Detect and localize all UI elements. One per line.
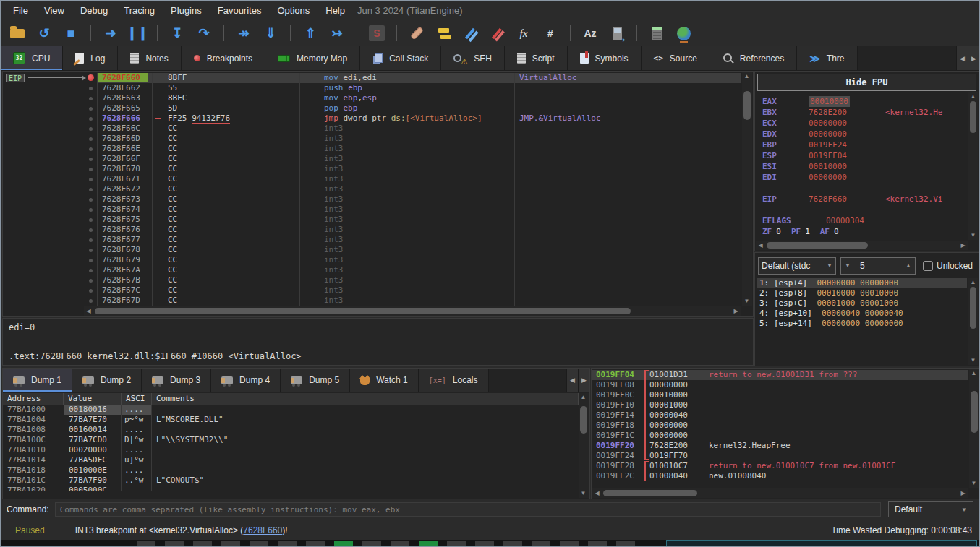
dump-tab-dump-4[interactable]: Dump 4 — [211, 369, 281, 392]
scroll-up-arrow[interactable]: ▲ — [968, 92, 978, 101]
instruction-dot[interactable] — [89, 117, 93, 121]
tabs-scroll-right-arrow[interactable]: ▶ — [968, 46, 979, 70]
tab-log[interactable]: Log — [63, 46, 118, 70]
register-spacer[interactable] — [762, 183, 967, 194]
instruction-dot[interactable] — [89, 168, 93, 171]
dump-tab-locals[interactable]: [x=]Locals — [419, 369, 489, 392]
scroll-up-arrow[interactable]: ▲ — [969, 369, 979, 378]
instruction-dot[interactable] — [89, 97, 93, 100]
column-header-value[interactable]: Value — [64, 393, 122, 405]
instruction-dot[interactable] — [89, 279, 93, 283]
instruction-dot[interactable] — [89, 188, 93, 191]
dump-row[interactable]: 77BA100800160014.... — [3, 425, 579, 435]
labels-icon[interactable]: # — [541, 24, 560, 43]
disasm-row[interactable]: 7628F67CCCint3 — [3, 285, 741, 296]
tab-source[interactable]: <>Source — [642, 46, 710, 70]
instruction-dot[interactable] — [89, 238, 93, 242]
font-settings-icon[interactable]: Az — [581, 24, 600, 43]
stack-row[interactable]: 0019FF2C01008040new.01008040 — [592, 471, 968, 481]
scrollbar-thumb[interactable] — [970, 287, 976, 329]
register-row[interactable]: EBX7628E200<kernel32.He — [762, 107, 967, 118]
run-to-user-code-icon[interactable]: ↣ — [328, 24, 346, 43]
scrollbar-thumb[interactable] — [743, 91, 751, 120]
tab-references[interactable]: References — [710, 46, 797, 70]
pause-icon[interactable]: ❙❙ — [128, 24, 147, 43]
menu-favourites[interactable]: Favourites — [210, 2, 270, 19]
hide-fpu-button[interactable]: Hide FPU — [757, 74, 976, 91]
tab-seh[interactable]: SEH — [441, 46, 505, 70]
stack-row[interactable]: 0019FF1000001000 — [592, 400, 968, 410]
disasm-row[interactable]: 7628F6655Dpop ebp — [3, 103, 741, 113]
menu-file[interactable]: File — [5, 2, 36, 19]
stack-vertical-scrollbar[interactable]: ▲ ▼ — [969, 369, 979, 488]
dump-row[interactable]: 77BA100000180016.... — [3, 405, 579, 415]
stack-panel[interactable]: 0019FF0401001D31return to new.01001D31 f… — [591, 368, 980, 499]
tab-cpu[interactable]: 32CPU — [1, 46, 63, 70]
instruction-dot[interactable] — [89, 198, 93, 202]
scroll-left-arrow[interactable]: ◀ — [84, 307, 93, 316]
menu-tracing[interactable]: Tracing — [116, 2, 163, 19]
stack-row[interactable]: 0019FF28010010C7return to new.010010C7 f… — [592, 461, 968, 471]
register-row[interactable]: EDI00000000 — [762, 172, 967, 183]
tab-symbols[interactable]: Symbols — [568, 46, 642, 70]
scroll-right-arrow[interactable]: ▶ — [958, 489, 968, 498]
scroll-right-arrow[interactable]: ▶ — [731, 307, 741, 316]
restart-icon[interactable]: ↺ — [35, 24, 54, 43]
instruction-dot[interactable] — [89, 178, 93, 181]
spinner-decrement-arrow[interactable]: ▼ — [841, 262, 854, 269]
menu-view[interactable]: View — [36, 2, 72, 19]
disasm-row[interactable]: 7628F674CCint3 — [3, 204, 741, 215]
scrollbar-thumb[interactable] — [580, 406, 587, 434]
register-row[interactable]: EAX00010000 — [762, 96, 967, 107]
unlocked-checkbox[interactable] — [923, 261, 933, 271]
disasm-row[interactable]: 7628F67DCCint3 — [3, 296, 741, 306]
register-row[interactable]: ESI00010000 — [762, 161, 967, 172]
scroll-down-arrow[interactable]: ▼ — [968, 231, 978, 240]
instruction-dot[interactable] — [89, 269, 93, 272]
dump-panel[interactable]: Dump 1Dump 2Dump 3Dump 4Dump 5Watch 1[x=… — [2, 368, 590, 499]
stack-row[interactable]: 0019FF1C00000000 — [592, 431, 968, 441]
dump-tab-dump-5[interactable]: Dump 5 — [281, 369, 350, 392]
execute-till-return-icon[interactable]: ⇑ — [301, 24, 320, 43]
scroll-down-arrow[interactable]: ▼ — [742, 297, 751, 306]
column-header-ascii[interactable]: ASCI — [122, 393, 152, 405]
comments-icon[interactable] — [434, 24, 453, 43]
instruction-dot[interactable] — [89, 87, 93, 90]
tab-script[interactable]: Script — [505, 46, 568, 70]
registers-panel[interactable]: Hide FPU EAX00010000EBX7628E200<kernel32… — [754, 71, 979, 251]
run-to-cursor-icon[interactable]: ↠ — [234, 24, 253, 43]
tabs-scroll-left-arrow[interactable]: ◀ — [956, 46, 968, 70]
column-header-comments[interactable]: Comments — [152, 393, 579, 405]
argument-row[interactable]: 5: [esp+14] 00000000 00000000 — [757, 319, 967, 329]
dump-row[interactable]: 77BA10180010000E.... — [3, 465, 579, 475]
register-spacer[interactable] — [762, 204, 967, 215]
register-row[interactable]: ECX00000000 — [762, 118, 967, 129]
disasm-row[interactable]: 7628F677CCint3 — [3, 235, 741, 245]
dump-row[interactable]: 77BA100C77BA7CD0Ð|°wL"\\SYSTEM32\\" — [3, 435, 579, 445]
instruction-dot[interactable] — [89, 137, 93, 141]
tabs-scroll-right-arrow[interactable]: ▶ — [578, 369, 589, 392]
column-header-address[interactable]: Address — [3, 393, 64, 405]
disasm-row[interactable]: 7628F671CCint3 — [3, 174, 741, 184]
instruction-dot[interactable] — [89, 249, 93, 252]
stack-row[interactable]: 0019FF207628E200kernel32.HeapFree — [592, 441, 968, 451]
dump-row[interactable]: 77BA10200005000C — [3, 486, 579, 491]
dump-tab-dump-3[interactable]: Dump 3 — [142, 369, 211, 392]
dump-row[interactable]: 77BA101477BA5DFCü]°w — [3, 455, 579, 465]
stack-row[interactable]: 0019FF0C00010000 — [592, 390, 968, 400]
instruction-dot[interactable] — [89, 289, 93, 293]
disasm-row[interactable]: 7628F66DCCint3 — [3, 134, 741, 144]
register-row[interactable]: EDX00000000 — [762, 129, 967, 139]
tab-notes[interactable]: Notes — [118, 46, 181, 70]
dump-row[interactable]: 77BA101C77BA7F90..°wL"CONOUT$" — [3, 475, 579, 486]
instruction-dot[interactable] — [89, 107, 93, 111]
help-globe-icon[interactable] — [674, 24, 693, 43]
scrollbar-thumb[interactable] — [767, 242, 868, 249]
instruction-dot[interactable] — [89, 127, 93, 131]
breakpoint-address-link[interactable]: 7628F660 — [243, 525, 282, 535]
scroll-up-arrow[interactable]: ▲ — [579, 393, 588, 402]
tab-breakpoints[interactable]: Breakpoints — [182, 46, 265, 70]
command-profile-dropdown[interactable]: Default ▼ — [888, 501, 973, 517]
stack-row[interactable]: 0019FF240019FF70 — [592, 451, 968, 461]
disasm-row[interactable]: 7628F670CCint3 — [3, 164, 741, 174]
